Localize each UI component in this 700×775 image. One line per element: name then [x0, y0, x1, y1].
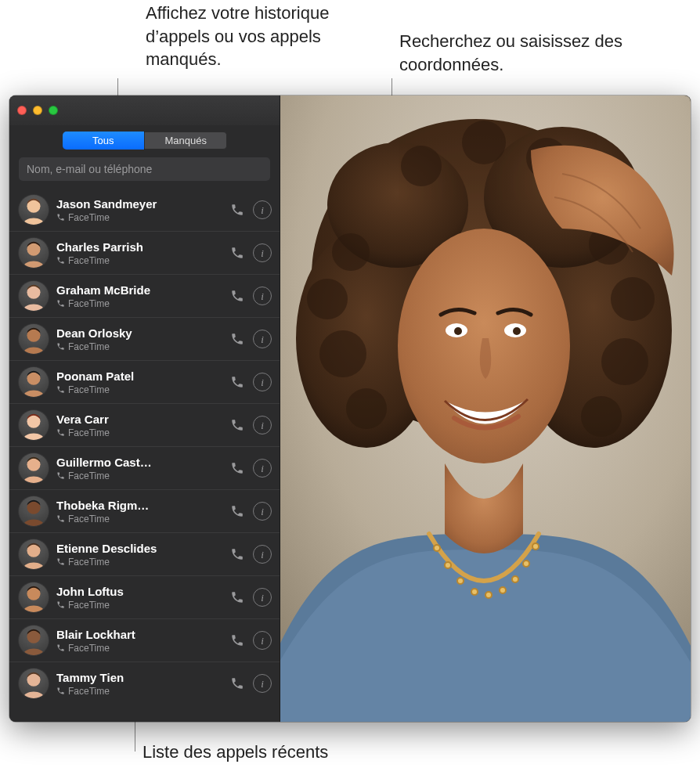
- info-icon[interactable]: i: [253, 373, 272, 391]
- svg-point-33: [532, 543, 539, 550]
- list-item[interactable]: Poonam PatelFaceTimei: [9, 360, 280, 403]
- phone-icon[interactable]: [228, 588, 247, 607]
- row-actions: i: [228, 373, 272, 391]
- call-type-label: FaceTime: [68, 643, 110, 654]
- contact-name: Vera Carr: [56, 413, 220, 426]
- svg-point-30: [500, 587, 506, 593]
- contact-name: Jason Sandmeyer: [56, 197, 220, 211]
- svg-point-26: [445, 562, 451, 568]
- info-icon[interactable]: i: [253, 459, 272, 478]
- contact-name: Blair Lockhart: [56, 628, 220, 641]
- contact-sub: FaceTime: [56, 470, 220, 481]
- info-icon[interactable]: i: [253, 416, 272, 434]
- phone-icon[interactable]: [228, 674, 247, 693]
- phone-icon[interactable]: [228, 287, 247, 305]
- contact-sub: FaceTime: [56, 557, 220, 568]
- phone-icon[interactable]: [228, 330, 247, 348]
- call-type-label: FaceTime: [68, 514, 110, 524]
- recent-calls-list: Jason SandmeyerFaceTimeiCharles ParrishF…: [9, 189, 280, 722]
- call-filter-tabs: Tous Manqués: [63, 132, 227, 150]
- list-item[interactable]: Dean OrloskyFaceTimei: [9, 317, 280, 360]
- handset-icon: [56, 385, 65, 394]
- tab-all[interactable]: Tous: [63, 132, 145, 150]
- contact-sub: FaceTime: [56, 341, 220, 352]
- call-type-label: FaceTime: [68, 255, 110, 266]
- row-actions: i: [228, 416, 272, 434]
- phone-icon[interactable]: [228, 243, 247, 262]
- svg-point-41: [319, 330, 366, 377]
- avatar: [19, 669, 49, 698]
- contact-name: Poonam Patel: [56, 369, 220, 383]
- phone-icon[interactable]: [228, 502, 247, 521]
- info-icon[interactable]: i: [253, 287, 272, 305]
- avatar: [19, 453, 49, 483]
- contact-meta: Etienne DesclidesFaceTime: [56, 542, 220, 568]
- avatar: [19, 582, 49, 612]
- phone-icon[interactable]: [228, 545, 247, 564]
- phone-icon[interactable]: [228, 373, 247, 391]
- list-item[interactable]: Tammy TienFaceTimei: [9, 661, 280, 705]
- titlebar: [9, 96, 280, 125]
- info-icon[interactable]: i: [253, 502, 272, 521]
- phone-icon[interactable]: [228, 459, 247, 478]
- svg-point-32: [523, 561, 529, 567]
- info-icon[interactable]: i: [253, 545, 272, 564]
- search-input[interactable]: [19, 157, 270, 181]
- handset-icon: [56, 514, 65, 523]
- contact-meta: Jason SandmeyerFaceTime: [56, 197, 220, 223]
- svg-point-45: [601, 338, 648, 385]
- info-icon[interactable]: i: [253, 243, 272, 262]
- zoom-button[interactable]: [49, 106, 58, 115]
- svg-point-54: [513, 327, 521, 335]
- info-icon[interactable]: i: [253, 200, 272, 219]
- close-button[interactable]: [17, 106, 27, 115]
- facetime-window: Tous Manqués Jason SandmeyerFaceTimeiCha…: [9, 96, 691, 722]
- phone-icon[interactable]: [228, 631, 247, 650]
- handset-icon: [56, 299, 65, 308]
- contact-sub: FaceTime: [56, 427, 220, 438]
- list-item[interactable]: Etienne DesclidesFaceTimei: [9, 532, 280, 575]
- svg-point-40: [307, 279, 348, 319]
- avatar: [19, 195, 49, 225]
- handset-icon: [56, 213, 65, 222]
- callout-search: Recherchez ou saisissez des coordonnées.: [399, 30, 681, 76]
- svg-point-44: [611, 277, 655, 321]
- list-item[interactable]: Charles ParrishFaceTimei: [9, 231, 280, 274]
- phone-icon[interactable]: [228, 200, 247, 219]
- info-icon[interactable]: i: [253, 674, 272, 693]
- row-actions: i: [228, 459, 272, 478]
- info-icon[interactable]: i: [253, 631, 272, 650]
- contact-meta: Vera CarrFaceTime: [56, 413, 220, 438]
- contact-name: Tammy Tien: [56, 671, 220, 684]
- info-icon[interactable]: i: [253, 588, 272, 607]
- contact-sub: FaceTime: [56, 255, 220, 266]
- list-item[interactable]: Guillermo Cast…FaceTimei: [9, 446, 280, 489]
- list-item[interactable]: Thobeka Rigm…FaceTimei: [9, 489, 280, 532]
- svg-point-47: [401, 146, 442, 186]
- avatar: [19, 496, 49, 526]
- contact-sub: FaceTime: [56, 514, 220, 524]
- list-item[interactable]: Vera CarrFaceTimei: [9, 403, 280, 446]
- row-actions: i: [228, 330, 272, 348]
- video-preview: [280, 96, 691, 722]
- list-item[interactable]: Jason SandmeyerFaceTimei: [9, 189, 280, 231]
- info-icon[interactable]: i: [253, 330, 272, 348]
- contact-name: Guillermo Cast…: [56, 456, 220, 469]
- svg-point-53: [454, 327, 462, 335]
- minimize-button[interactable]: [33, 106, 42, 115]
- call-type-label: FaceTime: [68, 212, 110, 223]
- call-type-label: FaceTime: [68, 557, 110, 568]
- contact-sub: FaceTime: [56, 600, 220, 611]
- phone-icon[interactable]: [228, 416, 247, 434]
- contact-meta: Blair LockhartFaceTime: [56, 628, 220, 654]
- handset-icon: [56, 471, 65, 480]
- list-item[interactable]: John LoftusFaceTimei: [9, 575, 280, 618]
- list-item[interactable]: Graham McBrideFaceTimei: [9, 274, 280, 317]
- avatar: [19, 625, 49, 655]
- svg-point-29: [485, 592, 492, 598]
- contact-meta: Tammy TienFaceTime: [56, 671, 220, 697]
- row-actions: i: [228, 502, 272, 521]
- tab-missed[interactable]: Manqués: [144, 132, 227, 150]
- contact-meta: Thobeka Rigm…FaceTime: [56, 499, 220, 524]
- list-item[interactable]: Blair LockhartFaceTimei: [9, 618, 280, 661]
